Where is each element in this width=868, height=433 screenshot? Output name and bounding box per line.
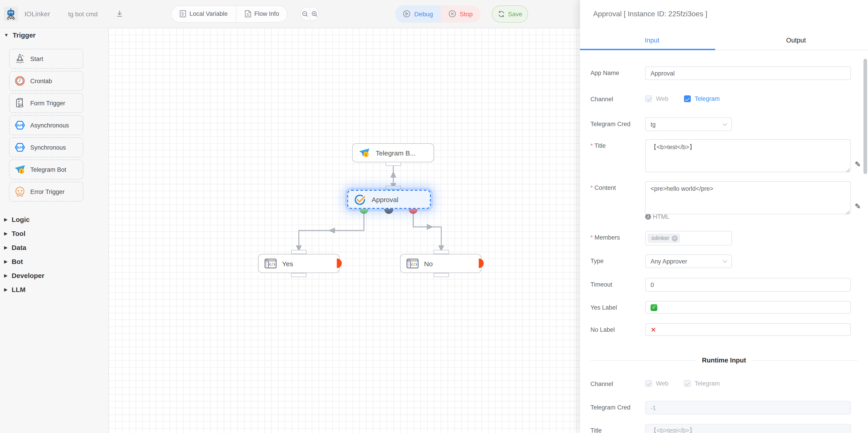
flow-name: tg bot cmd: [68, 10, 98, 18]
section-llm[interactable]: ▶ LLM: [0, 282, 108, 297]
section-logic[interactable]: ▶ Logic: [0, 212, 108, 226]
badge-count: 1: [365, 153, 367, 157]
panel-scrollbar[interactable]: [864, 59, 867, 174]
node-config-panel: Approval [ Instance ID: 225fzi3oes ] Inp…: [580, 0, 868, 433]
section-bot[interactable]: ▶ Bot: [0, 254, 108, 269]
stop-icon: [448, 10, 456, 18]
section-bot-label: Bot: [11, 258, 23, 265]
edge-approval-no: [413, 213, 441, 249]
zoom-out-button[interactable]: [301, 7, 310, 20]
telegram-checkbox-label: Telegram: [694, 380, 720, 387]
divider-line: [590, 360, 696, 361]
clipboard-icon: [14, 97, 26, 109]
timeout-input[interactable]: [645, 278, 851, 291]
download-icon: [116, 10, 123, 18]
flow-canvas[interactable]: 1 Telegram B... Approval: [108, 28, 581, 433]
app-logo[interactable]: [4, 6, 18, 21]
flow-info-button[interactable]: Flow Info: [236, 6, 287, 22]
content-textarea[interactable]: <pre>hello world</pre>: [645, 181, 851, 214]
stop-button[interactable]: Stop: [440, 5, 480, 22]
flow-editor-app: IOLinker tg bot cmd Local Variable: [0, 0, 868, 433]
palette-item-crontab[interactable]: Crontab: [9, 71, 83, 91]
chevron-down-icon: [723, 258, 727, 263]
chevron-right-icon: ▶: [4, 217, 7, 222]
rocket-icon: [14, 53, 26, 65]
edit-pencil-icon[interactable]: ✎: [855, 202, 861, 211]
field-telegram-cred: Telegram Cred tg: [590, 118, 868, 131]
chevron-down-icon: ▼: [4, 33, 8, 37]
zoom-controls: [301, 7, 319, 21]
palette-item-label: Asynchronous: [30, 122, 69, 129]
tab-input[interactable]: Input: [580, 30, 724, 50]
green-check-emoji: ✓: [651, 304, 657, 311]
telegram-checkbox[interactable]: [684, 95, 690, 102]
app-name-input[interactable]: [645, 66, 851, 80]
palette-item-label: Telegram Bot: [30, 166, 66, 173]
node-no[interactable]: No: [400, 254, 482, 273]
save-button[interactable]: Save: [492, 5, 528, 22]
local-variable-button[interactable]: Local Variable: [171, 6, 236, 22]
field-label: Channel: [590, 377, 645, 388]
resize-handle[interactable]: [845, 168, 849, 172]
resize-handle[interactable]: [845, 210, 849, 214]
field-label: Title: [590, 139, 645, 174]
tag-remove-icon[interactable]: ✕: [672, 235, 677, 241]
title-textarea[interactable]: 【<b>test</b>】: [645, 139, 851, 172]
section-trigger-label: Trigger: [13, 31, 36, 39]
field-label: Yes Label: [590, 301, 645, 314]
telegram-cred-select[interactable]: tg: [645, 118, 732, 131]
section-data[interactable]: ▶ Data: [0, 241, 108, 254]
approval-check-icon: [354, 193, 366, 206]
local-variable-icon: [180, 10, 186, 18]
port-stub: [434, 250, 449, 254]
edit-pencil-icon[interactable]: ✎: [855, 160, 861, 168]
palette-item-start[interactable]: Start: [9, 49, 83, 69]
zoom-out-icon: [302, 11, 309, 17]
palette-item-telegram-bot[interactable]: 1 Telegram Bot: [9, 159, 83, 180]
port-stub: [385, 162, 401, 166]
save-sync-icon: [498, 10, 505, 18]
web-checkbox[interactable]: [645, 95, 652, 102]
palette-item-form-trigger[interactable]: Form Trigger: [9, 93, 83, 113]
robot-logo-icon: [5, 8, 16, 20]
section-tool[interactable]: ▶ Tool: [0, 226, 108, 241]
app-title: IOLinker: [24, 10, 50, 18]
palette-item-asynchronous[interactable]: API Asynchronous: [9, 115, 83, 135]
section-data-label: Data: [11, 244, 26, 251]
field-runtime-title: Title: [590, 424, 868, 433]
red-cross-emoji: ✕: [651, 326, 656, 333]
zoom-in-button[interactable]: [310, 7, 319, 20]
field-yes-label: Yes Label ✓: [590, 301, 868, 314]
field-app-name: App Name: [590, 66, 868, 80]
palette-item-error-trigger[interactable]: Error Trigger: [9, 182, 83, 202]
api-hexagon-icon: API: [14, 119, 26, 131]
debug-button[interactable]: Debug: [395, 5, 441, 22]
node-telegram-bot[interactable]: 1 Telegram B...: [352, 143, 434, 162]
active-tab-indicator: [580, 49, 715, 50]
node-approval[interactable]: Approval: [347, 190, 431, 209]
no-label-input[interactable]: ✕: [645, 323, 851, 336]
telegram-cred-value: tg: [651, 121, 656, 128]
section-tool-label: Tool: [11, 229, 25, 237]
arrowhead-up: [391, 171, 396, 178]
field-type: Type Any Approver: [590, 254, 868, 268]
palette-item-synchronous[interactable]: API Synchronous: [9, 137, 83, 157]
web-checkbox-label: Web: [656, 95, 669, 102]
palette-item-label: Synchronous: [30, 144, 66, 151]
flow-edges[interactable]: [108, 28, 581, 433]
field-timeout: Timeout: [590, 278, 868, 291]
chevron-right-icon: ▶: [4, 245, 7, 250]
tab-output[interactable]: Output: [724, 30, 868, 50]
node-yes[interactable]: Yes: [258, 254, 340, 273]
runtime-telegram-cred-input: [645, 401, 851, 414]
zoom-in-icon: [311, 11, 318, 17]
members-tag-input[interactable]: iolinker ✕: [645, 231, 732, 245]
download-button[interactable]: [116, 10, 123, 18]
member-tag: iolinker ✕: [648, 234, 680, 243]
section-developer[interactable]: ▶ Developer: [0, 269, 108, 282]
chevron-right-icon: ▶: [4, 259, 7, 264]
type-select[interactable]: Any Approver: [645, 254, 732, 268]
channel-options: Web Telegram: [645, 93, 731, 102]
yes-label-input[interactable]: ✓: [645, 301, 851, 314]
section-trigger[interactable]: ▼ Trigger: [0, 31, 108, 39]
